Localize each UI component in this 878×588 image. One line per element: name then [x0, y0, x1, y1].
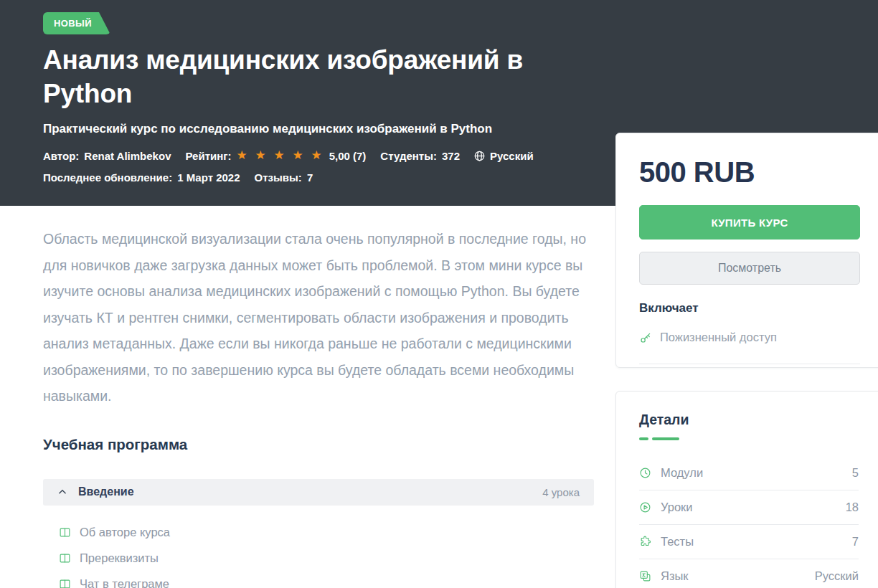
lesson-item[interactable]: Об авторе курса [59, 520, 594, 546]
curriculum-heading: Учебная программа [43, 436, 594, 453]
key-icon [639, 331, 652, 344]
students-meta: Студенты: 372 [380, 150, 460, 162]
include-item: Пожизненный доступ [639, 331, 859, 344]
globe-icon [474, 151, 485, 161]
new-badge: НОВЫЙ [43, 12, 110, 34]
detail-row-modules: Модули 5 [639, 456, 859, 490]
preview-course-button[interactable]: Посмотреть [639, 252, 860, 285]
course-subtitle: Практический курс по исследованию медици… [43, 122, 574, 136]
students-value: 372 [442, 150, 460, 162]
author-name: Renat Alimbekov [84, 150, 171, 162]
detail-row-tests: Тесты 7 [639, 525, 859, 559]
rating-label: Рейтинг: [185, 150, 231, 162]
language-value: Русский [490, 150, 534, 162]
translate-icon [639, 570, 651, 582]
book-icon [59, 526, 71, 539]
section-title: Введение [78, 485, 134, 498]
lesson-list: Об авторе курса Пререквизиты Чат в телег… [43, 520, 594, 588]
course-title: Анализ медицинских изображений в Python [43, 43, 603, 110]
book-icon [59, 578, 71, 588]
buy-course-button[interactable]: КУПИТЬ КУРС [639, 205, 860, 240]
author-meta: Автор: Renat Alimbekov [43, 150, 171, 162]
detail-value: 18 [846, 501, 859, 514]
lesson-title: Чат в телеграме [80, 577, 169, 588]
play-circle-icon [639, 501, 651, 513]
include-label: Пожизненный доступ [660, 331, 777, 344]
detail-label: Модули [661, 466, 703, 480]
detail-value: Русский [815, 569, 859, 583]
rating-meta: Рейтинг: ★ ★ ★ ★ ★ 5,00 (7) [185, 150, 366, 162]
language-meta: Русский [474, 150, 534, 162]
updated-value: 1 Март 2022 [177, 171, 240, 184]
divider [639, 364, 860, 364]
curriculum-section-header[interactable]: Введение 4 урока [43, 479, 594, 506]
detail-value: 7 [852, 535, 859, 549]
reviews-value: 7 [307, 171, 313, 184]
detail-label: Уроки [661, 501, 693, 514]
detail-row-language: Язык Русский [639, 559, 859, 588]
star-rating-icons: ★ ★ ★ ★ ★ [237, 149, 324, 161]
updated-meta: Последнее обновление: 1 Март 2022 [43, 171, 240, 184]
reviews-meta: Отзывы: 7 [255, 171, 313, 184]
lesson-title: Об авторе курса [80, 526, 170, 539]
details-heading: Детали [639, 412, 859, 428]
clock-icon [639, 467, 651, 479]
reviews-label: Отзывы: [255, 171, 302, 184]
updated-label: Последнее обновление: [43, 171, 172, 184]
detail-value: 5 [852, 466, 859, 480]
includes-heading: Включает [639, 301, 859, 316]
course-meta-row-1: Автор: Renat Alimbekov Рейтинг: ★ ★ ★ ★ … [43, 150, 574, 162]
detail-row-lessons: Уроки 18 [639, 490, 859, 525]
section-lesson-count: 4 урока [542, 486, 580, 498]
author-label: Автор: [43, 150, 79, 162]
lesson-title: Пререквизиты [80, 551, 159, 565]
purchase-card: 500 RUB КУПИТЬ КУРС Посмотреть Включает … [615, 133, 878, 368]
rating-value: 5,00 (7) [329, 150, 367, 162]
course-price: 500 RUB [639, 156, 859, 189]
detail-label: Тесты [661, 535, 694, 549]
lesson-item[interactable]: Чат в телеграме [59, 572, 594, 588]
lesson-item[interactable]: Пререквизиты [59, 546, 594, 572]
details-rows: Модули 5 Уроки 18 Тесты 7 Язык Русский [639, 456, 859, 588]
main-content: Область медицинской визуализации стала о… [43, 206, 594, 588]
details-heading-underline [639, 437, 859, 440]
students-label: Студенты: [380, 150, 437, 162]
puzzle-icon [639, 536, 651, 548]
chevron-up-icon [57, 487, 67, 497]
detail-label: Язык [661, 569, 689, 583]
details-card: Детали Модули 5 Уроки 18 Тесты 7 Язык Ру… [615, 391, 878, 588]
course-description: Область медицинской визуализации стала о… [43, 226, 594, 409]
course-meta-row-2: Последнее обновление: 1 Март 2022 Отзывы… [43, 171, 574, 184]
book-icon [59, 552, 71, 564]
